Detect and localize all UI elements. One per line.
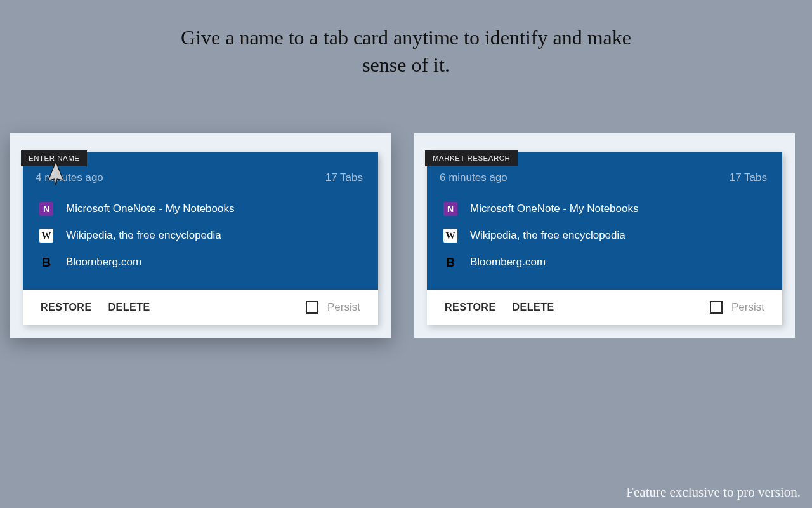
bloomberg-icon: B xyxy=(443,255,457,269)
wikipedia-icon: W xyxy=(39,229,53,243)
tab-card: MARKET RESEARCH 6 minutes ago 17 Tabs N … xyxy=(414,133,795,338)
tab-title: Wikipedia, the free encyclopedia xyxy=(470,229,625,242)
persist-checkbox[interactable] xyxy=(710,301,723,314)
card-tab-count: 17 Tabs xyxy=(730,171,767,184)
tab-item[interactable]: B Bloomberg.com xyxy=(36,249,365,276)
card-timestamp: 6 minutes ago xyxy=(440,171,508,184)
card-actions: RESTORE DELETE Persist xyxy=(23,290,378,325)
card-body: 6 minutes ago 17 Tabs N Microsoft OneNot… xyxy=(427,152,782,290)
persist-checkbox[interactable] xyxy=(306,301,318,314)
tab-card: ENTER NAME 4 minutes ago 17 Tabs N Micro… xyxy=(10,133,391,338)
tab-item[interactable]: B Bloomberg.com xyxy=(440,249,769,276)
tab-item[interactable]: N Microsoft OneNote - My Notebooks xyxy=(36,196,365,222)
card-body: 4 minutes ago 17 Tabs N Microsoft OneNot… xyxy=(23,152,378,290)
card-name-input[interactable]: ENTER NAME xyxy=(21,150,87,166)
restore-button[interactable]: RESTORE xyxy=(445,302,496,313)
headline-text: Give a name to a tab card anytime to ide… xyxy=(159,0,653,79)
card-name-input[interactable]: MARKET RESEARCH xyxy=(425,150,518,166)
card-timestamp: 4 minutes ago xyxy=(36,171,103,184)
tab-title: Bloomberg.com xyxy=(470,256,546,269)
delete-button[interactable]: DELETE xyxy=(108,302,150,313)
restore-button[interactable]: RESTORE xyxy=(41,302,92,313)
card-actions: RESTORE DELETE Persist xyxy=(427,290,782,325)
tab-title: Bloomberg.com xyxy=(66,256,141,269)
bloomberg-icon: B xyxy=(39,255,53,269)
tab-title: Microsoft OneNote - My Notebooks xyxy=(470,203,638,215)
pro-footnote: Feature exclusive to pro version. xyxy=(626,485,801,500)
persist-label: Persist xyxy=(327,301,360,314)
tab-item[interactable]: W Wikipedia, the free encyclopedia xyxy=(440,222,769,249)
persist-label: Persist xyxy=(731,301,764,314)
cards-container: ENTER NAME 4 minutes ago 17 Tabs N Micro… xyxy=(10,133,802,338)
onenote-icon: N xyxy=(39,202,53,216)
card-tab-count: 17 Tabs xyxy=(325,171,363,184)
wikipedia-icon: W xyxy=(443,229,457,243)
tab-title: Wikipedia, the free encyclopedia xyxy=(66,229,221,242)
tab-item[interactable]: N Microsoft OneNote - My Notebooks xyxy=(440,196,769,222)
tab-title: Microsoft OneNote - My Notebooks xyxy=(66,203,234,215)
tab-item[interactable]: W Wikipedia, the free encyclopedia xyxy=(36,222,365,249)
delete-button[interactable]: DELETE xyxy=(513,302,554,313)
onenote-icon: N xyxy=(443,202,457,216)
